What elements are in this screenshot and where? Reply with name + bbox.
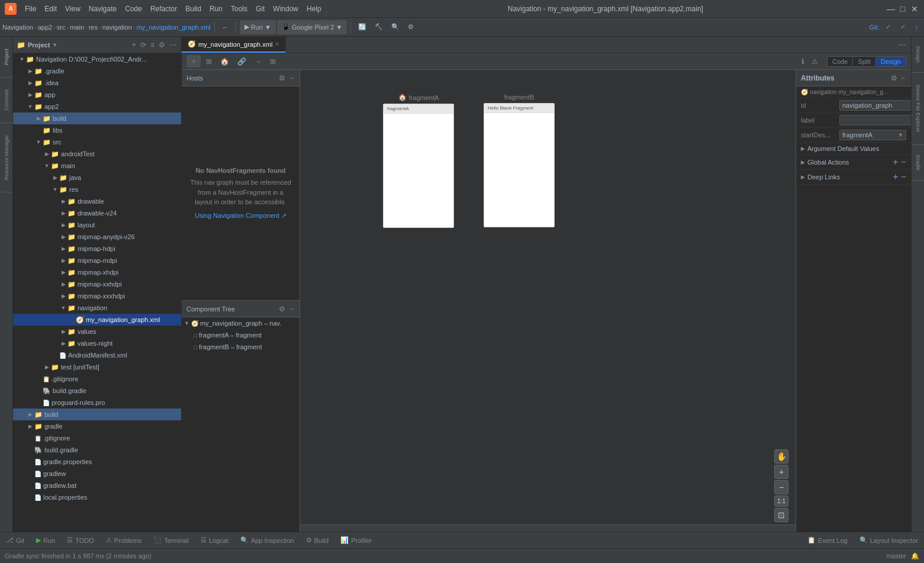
minimize-button[interactable]: — <box>886 4 896 14</box>
search-button[interactable]: 🔍 <box>388 20 403 34</box>
commits-tab[interactable]: Commits <box>0 78 12 123</box>
attr-value-label[interactable] <box>839 115 911 126</box>
run-bottom-tab[interactable]: ▶ Run <box>30 532 61 548</box>
breadcrumb-file[interactable]: my_navigation_graph.xml <box>136 24 210 31</box>
run-config[interactable]: ▶ Run ▼ <box>240 20 276 34</box>
menu-code[interactable]: Code <box>121 4 146 14</box>
git-bottom-tab[interactable]: ⎇ Git <box>0 532 30 548</box>
add-btn[interactable]: + <box>131 40 137 50</box>
zoom-in-btn[interactable]: + <box>774 465 788 479</box>
fit-screen-btn[interactable]: ⊡ <box>774 508 788 522</box>
tree-root[interactable]: ▼ 📁 Navigation D:\002_Project\002_Andr..… <box>13 53 181 65</box>
design-tab-right[interactable]: Design <box>912 37 924 73</box>
menu-build[interactable]: Build <box>182 4 205 14</box>
tree-item-values[interactable]: ▶ 📁 values <box>13 326 181 337</box>
close-button[interactable]: ✕ <box>910 4 919 14</box>
more-btn[interactable]: ⋯ <box>168 40 178 50</box>
settings-button[interactable]: ⚙ <box>404 20 417 34</box>
more-tabs-btn[interactable]: ⋯ <box>896 39 909 51</box>
terminal-bottom-tab[interactable]: ⬛ Terminal <box>147 532 195 548</box>
tree-item-layout[interactable]: ▶ 📁 layout <box>13 219 181 231</box>
tree-item-gitignore-root[interactable]: 📋 .gitignore <box>13 432 181 444</box>
tree-item-app2[interactable]: ▼ 📁 app2 <box>13 101 181 112</box>
comp-tree-hide-btn[interactable]: − <box>288 304 295 314</box>
build-bottom-tab[interactable]: ⚙ Build <box>300 532 334 548</box>
menu-file[interactable]: File <box>21 4 40 14</box>
menu-refactor[interactable]: Refactor <box>147 4 181 14</box>
menu-git[interactable]: Git <box>252 4 268 14</box>
deep-links-remove-btn[interactable]: − <box>901 172 906 182</box>
add-destination-btn[interactable]: ＋ <box>186 55 201 67</box>
menu-help[interactable]: Help <box>303 4 325 14</box>
hosts-link[interactable]: Using Navigation Component ↗ <box>195 212 286 220</box>
breadcrumb-app2[interactable]: app2 <box>38 24 52 31</box>
hosts-hide-btn[interactable]: − <box>288 73 295 83</box>
todo-bottom-tab[interactable]: ☰ TODO <box>61 532 100 548</box>
attr-section-argument[interactable]: ▶ Argument Default Values <box>796 143 911 155</box>
collapse-btn[interactable]: ≡ <box>149 40 156 50</box>
action-btn[interactable]: → <box>252 56 265 67</box>
editor-tab-nav-graph[interactable]: 🧭 my_navigation_graph.xml ✕ <box>182 37 286 53</box>
breadcrumb-main[interactable]: main <box>70 24 84 31</box>
tree-item-drawable[interactable]: ▶ 📁 drawable <box>13 195 181 207</box>
deep-links-add-btn[interactable]: + <box>893 172 898 182</box>
profiler-bottom-tab[interactable]: 📊 Profiler <box>334 532 378 548</box>
tree-item-mipmap-xxhdpi[interactable]: ▶ 📁 mipmap-xxhdpi <box>13 278 181 290</box>
attr-section-global-actions[interactable]: ▶ Global Actions + − <box>796 155 911 170</box>
app-inspection-bottom-tab[interactable]: 🔍 App Inspection <box>234 532 300 548</box>
tree-item-java[interactable]: ▶ 📁 java <box>13 172 181 184</box>
settings-tree-btn[interactable]: ⚙ <box>157 40 166 50</box>
more-options-btn[interactable]: ⊞ <box>267 56 279 67</box>
deeplink-btn[interactable]: 🔗 <box>234 56 249 67</box>
tree-item-mipmap-hdpi[interactable]: ▶ 📁 mipmap-hdpi <box>13 243 181 255</box>
tree-item-local-properties[interactable]: 📄 local.properties <box>13 491 181 503</box>
tree-item-mipmap-xhdpi[interactable]: ▶ 📁 mipmap-xhdpi <box>13 266 181 278</box>
tree-item-idea[interactable]: ▶ 📁 .idea <box>13 77 181 89</box>
design-view-btn[interactable]: Design <box>876 57 906 66</box>
tree-item-navigation[interactable]: ▼ 📁 navigation <box>13 302 181 314</box>
logcat-bottom-tab[interactable]: ☰ Logcat <box>195 532 234 548</box>
menu-tools[interactable]: Tools <box>227 4 251 14</box>
menu-view[interactable]: View <box>62 4 84 14</box>
add-nav-graph-btn[interactable]: ⊞ <box>203 56 215 67</box>
event-log-tab[interactable]: 📋 Event Log <box>801 532 854 548</box>
tree-item-proguard[interactable]: 📄 proguard-rules.pro <box>13 397 181 408</box>
attr-section-deep-links[interactable]: ▶ Deep Links + − <box>796 170 911 185</box>
attr-settings-btn[interactable]: ⚙ <box>890 73 899 83</box>
tree-item-androidtest[interactable]: ▶ 📁 androidTest <box>13 148 181 160</box>
zoom-out-btn[interactable]: − <box>774 480 788 494</box>
tree-item-drawable-v24[interactable]: ▶ 📁 drawable-v24 <box>13 207 181 219</box>
tree-item-androidmanifest[interactable]: 📄 AndroidManifest.xml <box>13 349 181 361</box>
hosts-settings-btn[interactable]: ⚙ <box>278 73 286 83</box>
menu-window[interactable]: Window <box>269 4 302 14</box>
git-push[interactable]: ↑ <box>912 20 922 34</box>
fragmentA-card[interactable]: fragmentA <box>383 104 454 228</box>
tree-item-nav-graph[interactable]: 🧭 my_navigation_graph.xml <box>13 314 181 326</box>
info-btn[interactable]: ℹ <box>799 56 807 67</box>
tree-item-gradle-properties[interactable]: 📄 gradle.properties <box>13 456 181 468</box>
sync-tree-btn[interactable]: ⟳ <box>139 40 147 50</box>
tree-item-app[interactable]: ▶ 📁 app <box>13 89 181 101</box>
gradle-tab[interactable]: Gradle <box>912 145 924 181</box>
fragmentB-card[interactable]: Hello Blank Fragment <box>484 103 555 227</box>
tree-item-gradlew-bat[interactable]: 📄 gradlew.bat <box>13 480 181 491</box>
breadcrumb-navigation-dir[interactable]: navigation <box>102 24 132 31</box>
breadcrumb-src[interactable]: src <box>57 24 66 31</box>
menu-run[interactable]: Run <box>206 4 226 14</box>
tree-item-mipmap-mdpi[interactable]: ▶ 📁 mipmap-mdpi <box>13 255 181 266</box>
tree-item-build-gradle-root[interactable]: 🐘 build.gradle <box>13 444 181 456</box>
tree-item-build-gradle-app2[interactable]: 🐘 build.gradle <box>13 385 181 397</box>
canvas-scrollbar-h[interactable] <box>300 525 796 532</box>
device-file-explorer-tab[interactable]: Device File Explorer <box>912 73 924 145</box>
hand-tool-btn[interactable]: ✋ <box>774 449 788 464</box>
tree-item-src[interactable]: ▼ 📁 src <box>13 136 181 148</box>
attr-value-id[interactable] <box>839 100 911 111</box>
tree-item-mipmap-anydpi[interactable]: ▶ 📁 mipmap-anydpi-v26 <box>13 231 181 243</box>
attr-hide-btn[interactable]: − <box>900 73 906 83</box>
split-view-btn[interactable]: Split <box>853 57 875 66</box>
tree-item-test[interactable]: ▶ 📁 test [unitTest] <box>13 361 181 373</box>
back-button[interactable]: ← <box>218 20 232 34</box>
error-btn[interactable]: ⚠ <box>809 56 821 67</box>
tree-item-values-night[interactable]: ▶ 📁 values-night <box>13 337 181 349</box>
git-update[interactable]: ✓ <box>897 20 909 34</box>
